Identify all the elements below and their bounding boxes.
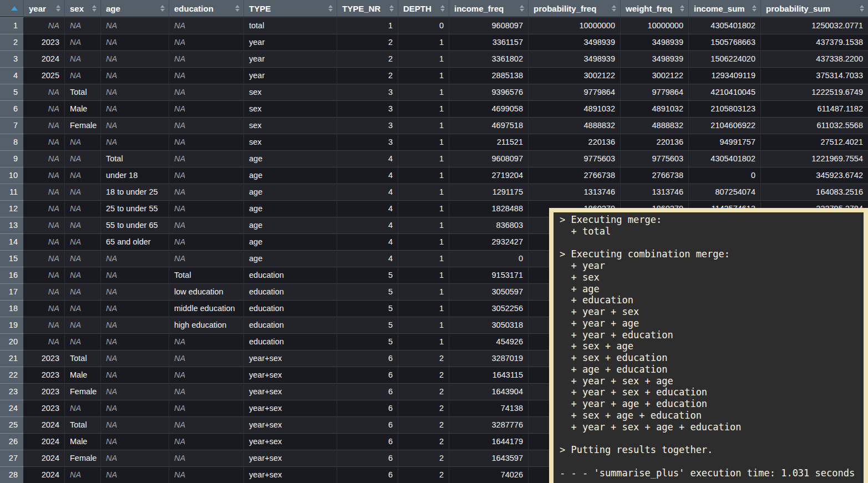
- cell-age: NA: [101, 350, 169, 367]
- cell-year: 2024: [24, 50, 65, 67]
- na-value: NA: [106, 88, 117, 96]
- cell-income_freq: 74138: [449, 400, 529, 416]
- cell-DEPTH: 1: [398, 317, 449, 333]
- column-header-probability_sum[interactable]: probability_sum: [761, 0, 868, 17]
- na-value: NA: [48, 187, 59, 196]
- cell-income_freq: 0: [449, 250, 529, 267]
- na-value: NA: [48, 337, 59, 346]
- cell-year: 2024: [24, 466, 65, 483]
- na-value: NA: [70, 254, 81, 263]
- na-value: NA: [174, 204, 185, 213]
- cell-sex: NA: [65, 67, 101, 84]
- column-header-education[interactable]: education: [169, 0, 244, 17]
- cell-education: NA: [169, 400, 244, 416]
- cell-weight_freq: 2766738: [621, 167, 689, 184]
- cell-income_freq: 3361802: [449, 50, 529, 67]
- na-value: NA: [48, 254, 59, 263]
- cell-sex: NA: [65, 250, 101, 267]
- cell-TYPE_NR: 6: [337, 433, 398, 450]
- na-value: NA: [48, 204, 59, 213]
- cell-TYPE_NR: 4: [337, 167, 398, 184]
- cell-sex: Female: [65, 383, 101, 400]
- na-value: NA: [106, 337, 117, 346]
- column-header-age[interactable]: age: [101, 0, 169, 17]
- cell-income_freq: 4699058: [449, 100, 529, 117]
- cell-probability_freq: 9775603: [529, 150, 621, 167]
- column-header-sex[interactable]: sex: [65, 0, 101, 17]
- na-value: NA: [106, 287, 117, 296]
- cell-education: NA: [169, 217, 244, 233]
- column-header-income_freq[interactable]: income_freq: [449, 0, 529, 17]
- na-value: NA: [174, 387, 185, 396]
- cell-income_freq: 3287776: [449, 416, 529, 433]
- row-number: 3: [0, 50, 24, 67]
- cell-sex: NA: [65, 50, 101, 67]
- row-number: 11: [0, 184, 24, 200]
- cell-TYPE_NR: 2: [337, 67, 398, 84]
- sort-icon: [680, 5, 686, 12]
- cell-sex: Female: [65, 117, 101, 134]
- cell-TYPE_NR: 3: [337, 117, 398, 134]
- cell-DEPTH: 1: [398, 34, 449, 50]
- na-value: NA: [70, 171, 81, 180]
- sort-icon: [389, 5, 395, 12]
- cell-TYPE: age: [244, 167, 337, 184]
- cell-age: NA: [101, 466, 169, 483]
- sort-icon: [520, 5, 525, 12]
- cell-income_sum: 1293409119: [689, 67, 761, 84]
- cell-sex: Male: [65, 100, 101, 117]
- column-label: TYPE: [249, 4, 271, 13]
- cell-age: NA: [101, 300, 169, 317]
- cell-DEPTH: 1: [398, 217, 449, 233]
- row-number: 20: [0, 333, 24, 350]
- cell-probability_freq: 4891032: [529, 100, 621, 117]
- column-header-weight_freq[interactable]: weight_freq: [621, 0, 689, 17]
- na-value: NA: [174, 454, 185, 462]
- na-value: NA: [174, 470, 185, 479]
- na-value: NA: [174, 154, 185, 163]
- cell-age: NA: [101, 283, 169, 300]
- cell-TYPE: sex: [244, 100, 337, 117]
- cell-education: NA: [169, 34, 244, 50]
- column-label: income_sum: [694, 4, 745, 13]
- cell-weight_freq: 3498939: [621, 50, 689, 67]
- column-header-year[interactable]: year: [24, 0, 65, 17]
- row-number: 27: [0, 450, 24, 466]
- cell-education: Total: [169, 267, 244, 283]
- cell-age: 65 and older: [101, 233, 169, 250]
- cell-year: NA: [24, 17, 65, 34]
- row-number: 16: [0, 267, 24, 283]
- column-header-income_sum[interactable]: income_sum: [689, 0, 761, 17]
- na-value: NA: [106, 437, 117, 446]
- cell-TYPE: education: [244, 333, 337, 350]
- table-row: 5NATotalNANAsex3193965769779864977986442…: [0, 84, 868, 100]
- cell-probability_freq: 1313746: [529, 184, 621, 200]
- cell-DEPTH: 1: [398, 84, 449, 100]
- cell-age: 25 to under 55: [101, 200, 169, 217]
- na-value: NA: [70, 138, 81, 146]
- na-value: NA: [48, 21, 59, 30]
- cell-year: NA: [24, 217, 65, 233]
- column-header-rownum[interactable]: [0, 0, 24, 17]
- cell-TYPE: year: [244, 50, 337, 67]
- column-header-TYPE_NR[interactable]: TYPE_NR: [337, 0, 398, 17]
- row-number: 26: [0, 433, 24, 450]
- column-header-TYPE[interactable]: TYPE: [244, 0, 337, 17]
- cell-age: NA: [101, 333, 169, 350]
- cell-weight_freq: 1313746: [621, 184, 689, 200]
- row-number: 9: [0, 150, 24, 167]
- cell-TYPE_NR: 6: [337, 400, 398, 416]
- column-header-probability_freq[interactable]: probability_freq: [529, 0, 621, 17]
- cell-year: 2023: [24, 383, 65, 400]
- cell-TYPE_NR: 6: [337, 383, 398, 400]
- na-value: NA: [70, 187, 81, 196]
- row-number: 17: [0, 283, 24, 300]
- sort-icon: [235, 5, 241, 12]
- cell-year: NA: [24, 333, 65, 350]
- column-header-DEPTH[interactable]: DEPTH: [398, 0, 449, 17]
- cell-education: NA: [169, 150, 244, 167]
- cell-TYPE_NR: 6: [337, 466, 398, 483]
- console-output: > Executing merge: + total > Executing c…: [554, 212, 864, 480]
- cell-income_freq: 3287019: [449, 350, 529, 367]
- cell-income_freq: 1291175: [449, 184, 529, 200]
